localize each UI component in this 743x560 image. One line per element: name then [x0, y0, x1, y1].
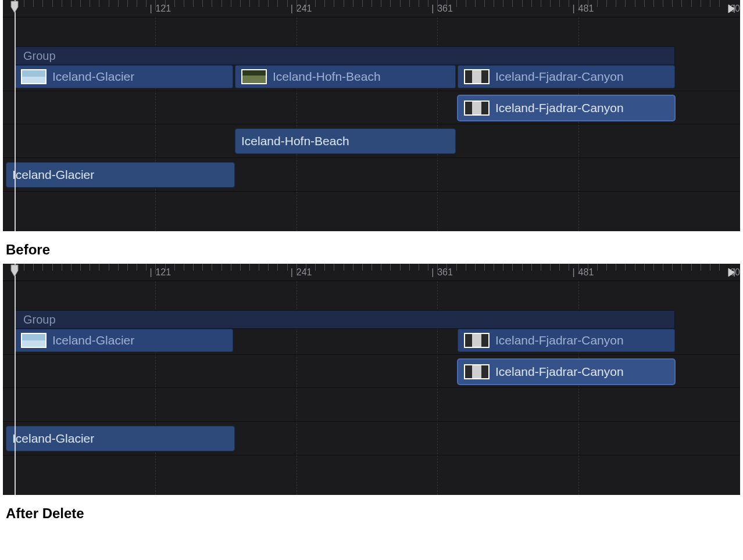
ruler-tick-label: 361 [437, 3, 453, 14]
ruler-tick-label: 241 [297, 3, 312, 14]
ruler-tick-label: 121 [155, 3, 171, 14]
track-row[interactable]: Iceland-Glacier [3, 158, 740, 192]
track-row[interactable]: Iceland-Fjadrar-Canyon [3, 354, 740, 388]
group-header[interactable]: Group [15, 46, 675, 65]
clip-label: Iceland-Fjadrar-Canyon [495, 365, 624, 379]
clip-label: Iceland-Fjadrar-Canyon [495, 70, 624, 84]
clip-label: Iceland-Hofn-Beach [273, 70, 381, 84]
clip-label: Iceland-Fjadrar-Canyon [495, 333, 624, 347]
ruler-tick-label: 481 [578, 267, 594, 278]
tracks-area: Group Iceland-GlacierIceland-Hofn-BeachI… [3, 17, 740, 192]
timeline-clip[interactable]: Iceland-Glacier [6, 162, 235, 188]
play-in-marker[interactable] [10, 264, 22, 278]
clip-thumbnail [241, 69, 267, 84]
timeline-clip[interactable]: Iceland-Hofn-Beach [235, 65, 456, 88]
playhead[interactable] [15, 264, 16, 495]
track-row[interactable]: Iceland-Fjadrar-Canyon [3, 91, 740, 124]
clip-thumbnail [21, 69, 47, 84]
tracks-area: Group Iceland-GlacierIceland-Fjadrar-Can… [3, 281, 740, 455]
ruler-tick-label: 481 [578, 3, 594, 14]
play-out-marker[interactable] [726, 3, 735, 16]
timeline-clip[interactable]: Iceland-Fjadrar-Canyon [458, 65, 675, 88]
timeline-clip[interactable]: Iceland-Fjadrar-Canyon [458, 359, 675, 385]
clip-label: Iceland-Glacier [52, 70, 134, 84]
group-clip-strip: Iceland-GlacierIceland-Fjadrar-Canyon [3, 329, 740, 354]
play-in-marker[interactable] [10, 0, 22, 14]
playhead[interactable] [15, 0, 16, 231]
timeline-clip[interactable]: Iceland-Glacier [15, 65, 233, 88]
caption-before: Before [6, 242, 737, 258]
group-label: Group [23, 49, 56, 63]
ruler-tick-label: 241 [297, 267, 312, 278]
clip-thumbnail [21, 333, 47, 348]
clip-label: Iceland-Glacier [12, 168, 94, 182]
clip-label: Iceland-Glacier [52, 333, 134, 347]
clip-thumbnail [464, 333, 490, 348]
track-row[interactable] [3, 388, 740, 422]
timeline-clip[interactable]: Iceland-Glacier [6, 426, 235, 451]
timeline-after[interactable]: |121|241|361|48160 Group Iceland-Glacier… [3, 264, 740, 495]
timeline-before[interactable]: |121|241|361|48160 Group Iceland-Glacier… [3, 0, 740, 231]
ruler[interactable]: |121|241|361|48160 [3, 0, 740, 17]
caption-after: After Delete [6, 505, 737, 522]
track-row[interactable]: Iceland-Glacier [3, 422, 740, 455]
group-clip-strip: Iceland-GlacierIceland-Hofn-BeachIceland… [3, 65, 740, 91]
clip-label: Iceland-Hofn-Beach [241, 134, 349, 148]
clip-thumbnail [464, 364, 490, 379]
track-row[interactable]: Iceland-Hofn-Beach [3, 124, 740, 158]
group-header[interactable]: Group [15, 310, 675, 329]
timeline-clip[interactable]: Iceland-Fjadrar-Canyon [458, 95, 675, 121]
clip-label: Iceland-Fjadrar-Canyon [495, 101, 624, 115]
ruler-tick-label: 121 [155, 267, 171, 278]
ruler[interactable]: |121|241|361|48160 [3, 264, 740, 281]
timeline-clip[interactable]: Iceland-Fjadrar-Canyon [458, 329, 675, 352]
clip-thumbnail [464, 100, 490, 116]
clip-label: Iceland-Glacier [12, 432, 94, 446]
clip-thumbnail [464, 69, 490, 84]
play-out-marker[interactable] [726, 267, 735, 280]
timeline-clip[interactable]: Iceland-Glacier [15, 329, 233, 352]
ruler-tick-label: 361 [437, 267, 453, 278]
timeline-clip[interactable]: Iceland-Hofn-Beach [235, 128, 456, 154]
group-label: Group [23, 313, 56, 326]
